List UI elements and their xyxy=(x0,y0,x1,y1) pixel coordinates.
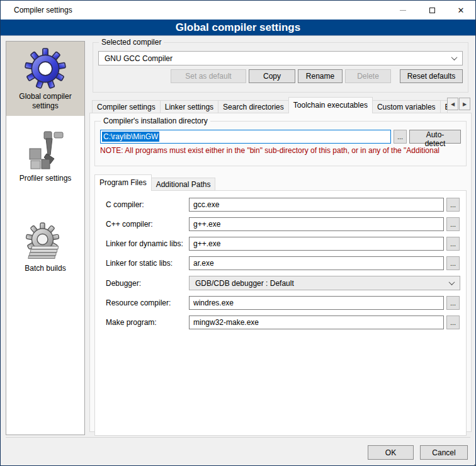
dynamic-linker-browse-button[interactable]: ... xyxy=(446,237,460,251)
resource-compiler-browse-button[interactable]: ... xyxy=(446,296,460,310)
sidebar-item-label: Global compiler settings xyxy=(8,92,82,111)
static-linker-input[interactable] xyxy=(189,256,444,270)
program-files-page: C compiler: ... C++ compiler: ... Linker… xyxy=(94,190,467,436)
close-button[interactable]: ✕ xyxy=(446,1,475,20)
note-text: NOTE: All programs must exist either in … xyxy=(100,146,461,155)
compiler-actions: Set as default Copy Rename Delete Reset … xyxy=(98,69,463,83)
resize-grip-icon[interactable] xyxy=(472,462,473,463)
set-as-default-button[interactable]: Set as default xyxy=(171,69,246,83)
toolchain-form: C compiler: ... C++ compiler: ... Linker… xyxy=(95,191,466,336)
make-program-input[interactable] xyxy=(189,315,444,329)
arrow-left-icon: ◀ xyxy=(451,101,455,107)
gear-blue-icon xyxy=(8,48,82,89)
tab-scroll-buttons: ◀ ▶ xyxy=(447,98,470,110)
debugger-label: Debugger: xyxy=(101,279,186,288)
installation-directory-input[interactable]: C:\raylib\MinGW xyxy=(100,130,391,144)
debugger-select[interactable]: GDB/CDB debugger : Default xyxy=(189,276,460,290)
selected-text: C:\raylib\MinGW xyxy=(102,132,159,142)
tab-additional-paths[interactable]: Additional Paths xyxy=(151,178,216,191)
minimize-icon xyxy=(400,10,406,11)
resource-compiler-input[interactable] xyxy=(189,296,444,310)
chevron-down-icon xyxy=(449,279,455,285)
cpp-compiler-label: C++ compiler: xyxy=(101,220,186,229)
rename-button[interactable]: Rename xyxy=(298,69,343,83)
gear-stack-icon xyxy=(8,222,82,261)
static-linker-label: Linker for static libs: xyxy=(101,259,186,268)
title-bar: Compiler settings ✕ xyxy=(1,1,475,20)
page-title: Global compiler settings xyxy=(176,21,300,34)
cancel-button[interactable]: Cancel xyxy=(420,445,468,460)
tab-program-files[interactable]: Program Files xyxy=(94,174,152,191)
cpp-compiler-input[interactable] xyxy=(189,217,444,231)
main-panel: Selected compiler GNU GCC Compiler Set a… xyxy=(89,41,472,432)
c-compiler-browse-button[interactable]: ... xyxy=(446,198,460,212)
tab-scroll-left-button[interactable]: ◀ xyxy=(447,98,458,110)
sidebar: Global compiler settings Profiler settin… xyxy=(6,41,85,435)
maximize-icon xyxy=(429,8,435,13)
inner-tabstrip: Program Files Additional Paths xyxy=(94,174,467,191)
cpp-compiler-browse-button[interactable]: ... xyxy=(446,217,460,231)
make-program-browse-button[interactable]: ... xyxy=(446,315,460,329)
arrow-right-icon: ▶ xyxy=(463,101,467,107)
footer-divider xyxy=(6,437,470,438)
program-files-notebook: Program Files Additional Paths C compile… xyxy=(94,174,467,436)
maximize-button[interactable] xyxy=(417,1,446,20)
minimize-button[interactable] xyxy=(388,1,417,20)
static-linker-browse-button[interactable]: ... xyxy=(446,256,460,270)
installation-directory-row: C:\raylib\MinGW ... Auto-detect xyxy=(100,130,461,144)
c-compiler-input[interactable] xyxy=(189,198,444,212)
compiler-select-value: GNU GCC Compiler xyxy=(105,54,173,63)
ok-button[interactable]: OK xyxy=(368,445,414,460)
sidebar-item-profiler-settings[interactable]: Profiler settings xyxy=(6,123,84,188)
tab-custom-variables[interactable]: Custom variables xyxy=(372,100,441,113)
footer-buttons: OK Cancel xyxy=(368,445,468,460)
tab-scroll-right-button[interactable]: ▶ xyxy=(459,98,470,110)
sidebar-item-global-compiler-settings[interactable]: Global compiler settings xyxy=(6,42,84,116)
sidebar-item-label: Profiler settings xyxy=(8,174,82,183)
reset-defaults-button[interactable]: Reset defaults xyxy=(400,69,463,83)
tab-compiler-settings[interactable]: Compiler settings xyxy=(92,100,161,113)
chevron-down-icon xyxy=(451,54,458,60)
close-icon: ✕ xyxy=(458,6,465,14)
make-program-label: Make program: xyxy=(101,318,186,327)
group-label: Compiler's installation directory xyxy=(101,116,210,125)
tab-toolchain-executables[interactable]: Toolchain executables xyxy=(288,97,373,113)
resource-compiler-label: Resource compiler: xyxy=(101,298,186,307)
caliper-icon xyxy=(8,130,82,171)
sidebar-item-label: Batch builds xyxy=(8,264,82,273)
sidebar-item-batch-builds[interactable]: Batch builds xyxy=(6,216,84,278)
settings-tabstrip: Compiler settings Linker settings Search… xyxy=(89,97,472,113)
compiler-settings-dialog: Compiler settings ✕ Global compiler sett… xyxy=(0,0,476,466)
copy-button[interactable]: Copy xyxy=(249,69,295,83)
debugger-select-value: GDB/CDB debugger : Default xyxy=(195,279,294,288)
toolchain-executables-page: Compiler's installation directory C:\ray… xyxy=(89,113,472,432)
tab-search-directories[interactable]: Search directories xyxy=(218,100,289,113)
browse-directory-button[interactable]: ... xyxy=(394,130,407,144)
c-compiler-label: C compiler: xyxy=(101,200,186,209)
window-title: Compiler settings xyxy=(1,6,72,14)
dynamic-linker-input[interactable] xyxy=(189,237,444,251)
auto-detect-button[interactable]: Auto-detect xyxy=(409,130,461,144)
group-label: Selected compiler xyxy=(99,38,164,47)
tab-linker-settings[interactable]: Linker settings xyxy=(160,100,218,113)
installation-directory-group: Compiler's installation directory C:\ray… xyxy=(94,121,467,166)
selected-compiler-group: Selected compiler GNU GCC Compiler Set a… xyxy=(93,42,468,93)
delete-button[interactable]: Delete xyxy=(345,69,391,83)
dynamic-linker-label: Linker for dynamic libs: xyxy=(101,239,186,248)
banner: Global compiler settings xyxy=(1,20,475,36)
caption-buttons: ✕ xyxy=(388,1,475,20)
compiler-select[interactable]: GNU GCC Compiler xyxy=(98,51,463,65)
